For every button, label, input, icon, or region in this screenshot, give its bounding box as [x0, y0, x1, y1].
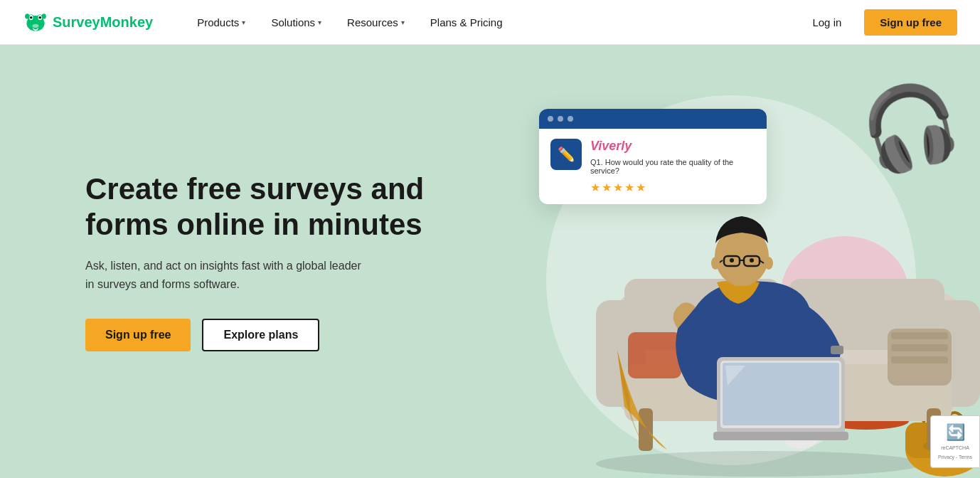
- svg-rect-49: [831, 346, 843, 354]
- svg-point-48: [765, 257, 773, 270]
- survey-brand-name: Viverly: [590, 139, 755, 154]
- nav-right: Log in Sign up free: [801, 9, 957, 36]
- svg-rect-34: [891, 356, 948, 363]
- survey-card-body: ✏️ Viverly Q1. How would you rate the qu…: [539, 129, 767, 204]
- svg-point-8: [25, 14, 29, 18]
- recaptcha-icon: 🔄: [946, 423, 965, 442]
- svg-rect-32: [891, 332, 948, 339]
- browser-dot-3: [568, 116, 573, 122]
- login-button[interactable]: Log in: [801, 11, 853, 34]
- survey-card-content: Viverly Q1. How would you rate the quali…: [590, 139, 755, 194]
- svg-point-47: [711, 257, 720, 270]
- navbar: SurveyMonkey Products ▾ Solutions ▾ Reso…: [0, 0, 980, 45]
- nav-links: Products ▾ Solutions ▾ Resources ▾ Plans…: [187, 11, 801, 34]
- svg-point-5: [30, 16, 33, 19]
- hero-subtext: Ask, listen, and act on insights fast wi…: [85, 257, 370, 293]
- recaptcha-badge: 🔄 reCAPTCHA Privacy - Terms: [930, 415, 980, 468]
- hero-illustration: ✏️ Viverly Q1. How would you rate the qu…: [482, 45, 980, 478]
- svg-point-6: [39, 16, 42, 19]
- survey-question-text: Q1. How would you rate the quality of th…: [590, 158, 755, 175]
- svg-point-45: [730, 258, 734, 262]
- hero-signup-button[interactable]: Sign up free: [85, 319, 191, 351]
- svg-point-46: [750, 258, 754, 262]
- hero-buttons: Sign up free Explore plans: [85, 319, 427, 351]
- svg-rect-33: [891, 344, 948, 351]
- survey-icon-box: ✏️: [550, 139, 582, 170]
- nav-item-solutions[interactable]: Solutions ▾: [261, 11, 331, 34]
- svg-point-7: [33, 24, 39, 28]
- products-chevron-icon: ▾: [242, 18, 245, 26]
- logo-text: SurveyMonkey: [53, 14, 153, 31]
- pencil-icon: ✏️: [558, 146, 575, 163]
- hero-section: Create free surveys and forms online in …: [0, 45, 980, 478]
- recaptcha-links: Privacy - Terms: [938, 454, 972, 460]
- svg-point-10: [596, 451, 923, 477]
- svg-rect-35: [628, 332, 681, 378]
- hero-explore-button[interactable]: Explore plans: [202, 319, 319, 351]
- browser-dot-2: [558, 116, 563, 122]
- logo-icon: [23, 9, 48, 35]
- nav-item-pricing[interactable]: Plans & Pricing: [420, 11, 513, 34]
- nav-item-products[interactable]: Products ▾: [187, 11, 255, 34]
- svg-point-9: [42, 14, 46, 18]
- hero-left: Create free surveys and forms online in …: [85, 171, 427, 352]
- logo-link[interactable]: SurveyMonkey: [23, 9, 153, 35]
- nav-signup-button[interactable]: Sign up free: [864, 9, 957, 36]
- nav-item-resources[interactable]: Resources ▾: [337, 11, 415, 34]
- solutions-chevron-icon: ▾: [318, 18, 321, 26]
- svg-rect-52: [723, 363, 839, 425]
- browser-dot-1: [548, 116, 553, 122]
- survey-card-mock: ✏️ Viverly Q1. How would you rate the qu…: [539, 109, 767, 204]
- recaptcha-label: reCAPTCHA: [941, 445, 969, 451]
- survey-stars: ★★★★★: [590, 181, 755, 194]
- resources-chevron-icon: ▾: [401, 18, 405, 26]
- svg-rect-29: [639, 408, 653, 451]
- survey-card-header: [539, 109, 767, 129]
- svg-rect-53: [713, 432, 848, 440]
- hero-heading: Create free surveys and forms online in …: [85, 171, 427, 243]
